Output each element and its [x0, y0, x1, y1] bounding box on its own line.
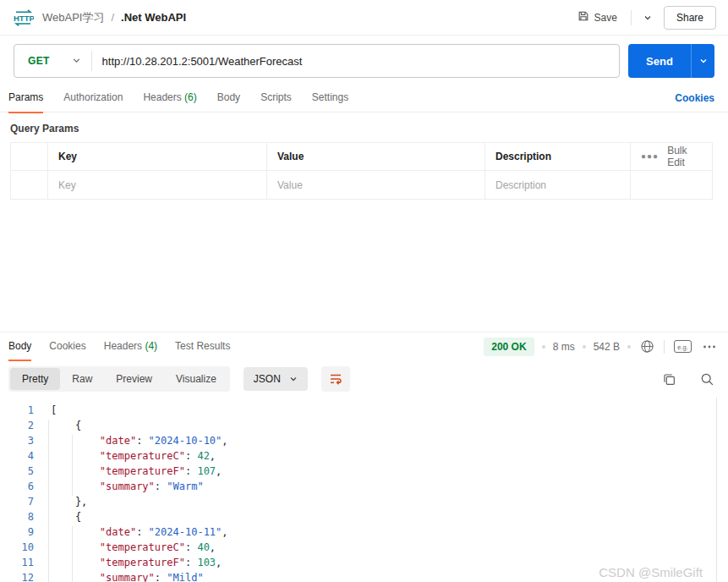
view-mode-group: Pretty Raw Preview Visualize	[8, 366, 230, 392]
code-content: [	[34, 403, 57, 418]
more-options-icon[interactable]: ●●●	[641, 152, 659, 161]
code-lines: 1[2 {3 "date": "2024-10-10",4 "temperatu…	[0, 403, 716, 582]
line-number: 5	[0, 464, 34, 479]
breadcrumb-separator: /	[111, 11, 114, 24]
format-dropdown[interactable]: JSON	[244, 367, 308, 391]
share-button[interactable]: Share	[664, 6, 716, 30]
search-icon[interactable]	[698, 371, 716, 388]
code-content: "temperatureF": 107,	[34, 464, 222, 479]
bulk-edit-area: ●●● Bulk Edit	[631, 143, 712, 170]
save-options-chevron[interactable]	[638, 10, 657, 25]
code-content: "temperatureF": 103,	[34, 555, 222, 570]
send-button[interactable]: Send	[628, 44, 714, 78]
line-number: 12	[0, 570, 34, 582]
dot-separator	[542, 345, 545, 349]
code-content: "temperatureC": 42,	[34, 448, 216, 464]
top-bar-actions: Save Share	[571, 6, 716, 30]
view-raw-button[interactable]: Raw	[60, 368, 104, 390]
tab-body[interactable]: Body	[217, 84, 240, 113]
key-input[interactable]	[58, 179, 256, 191]
wrap-lines-button[interactable]	[321, 366, 350, 392]
code-content: {	[34, 418, 81, 433]
tab-params[interactable]: Params	[8, 84, 43, 113]
row-select-cell	[11, 171, 48, 199]
response-tab-headers-count: (4)	[145, 340, 157, 352]
chevron-down-icon	[72, 53, 81, 69]
response-tab-cookies[interactable]: Cookies	[49, 332, 85, 361]
response-body-viewer[interactable]: 1[2 {3 "date": "2024-10-10",4 "temperatu…	[0, 398, 717, 582]
line-number: 10	[0, 540, 34, 555]
send-button-label[interactable]: Send	[628, 44, 691, 78]
save-icon	[577, 10, 589, 25]
indent-guide	[48, 420, 49, 582]
app-window: HTTP WebAPI学习 / .Net WebAPI Save	[0, 0, 728, 582]
code-line: 8 {	[0, 509, 716, 524]
code-content: "temperatureC": 40,	[34, 540, 216, 555]
indent-guide	[72, 526, 73, 582]
line-number: 8	[0, 509, 34, 524]
value-cell	[267, 171, 485, 199]
key-cell	[48, 171, 267, 199]
method-dropdown[interactable]: GET	[14, 53, 91, 69]
response-tab-test-results[interactable]: Test Results	[175, 332, 230, 361]
bulk-edit-button[interactable]: Bulk Edit	[667, 145, 702, 168]
save-as-example-icon[interactable]: e.g.	[672, 338, 693, 354]
response-tab-headers-label: Headers	[104, 340, 142, 352]
cookies-link[interactable]: Cookies	[675, 92, 714, 104]
code-line: 1[	[0, 403, 716, 418]
dot-separator	[627, 345, 631, 349]
send-options-chevron[interactable]	[691, 44, 714, 78]
url-box: GET	[14, 44, 620, 78]
description-input[interactable]	[495, 179, 620, 191]
line-number: 6	[0, 479, 34, 494]
tab-settings[interactable]: Settings	[312, 84, 348, 113]
line-number: 9	[0, 524, 34, 540]
line-number: 2	[0, 418, 34, 433]
code-content: },	[34, 494, 87, 509]
url-input[interactable]	[102, 55, 619, 68]
code-line: 2 {	[0, 418, 716, 433]
response-toolbar: Pretty Raw Preview Visualize JSON	[0, 360, 728, 398]
code-line: 6 "summary": "Warm"	[0, 479, 716, 494]
code-line: 4 "temperatureC": 42,	[0, 448, 716, 464]
tab-scripts[interactable]: Scripts	[260, 84, 292, 113]
code-line: 3 "date": "2024-10-10",	[0, 433, 716, 448]
breadcrumb-request-name[interactable]: .Net WebAPI	[121, 11, 186, 24]
breadcrumb-workspace[interactable]: WebAPI学习	[42, 10, 104, 25]
line-number: 1	[0, 403, 34, 418]
copy-icon[interactable]	[660, 371, 678, 388]
request-tabs: Params Authorization Headers (6) Body Sc…	[0, 85, 728, 113]
watermark: CSDN @SmileGift	[599, 565, 703, 580]
tab-authorization[interactable]: Authorization	[63, 84, 123, 113]
divider	[664, 340, 665, 354]
dot-separator	[583, 345, 586, 349]
view-pretty-button[interactable]: Pretty	[10, 368, 60, 390]
divider	[631, 10, 632, 25]
query-params-header-row: Key Value Description ●●● Bulk Edit	[11, 143, 712, 171]
line-number: 11	[0, 555, 34, 570]
network-globe-icon[interactable]	[638, 338, 656, 355]
value-input[interactable]	[277, 179, 474, 191]
response-tab-headers[interactable]: Headers (4)	[104, 332, 157, 361]
more-actions-icon[interactable]	[701, 343, 718, 351]
description-column-header: Description	[485, 143, 631, 170]
save-button[interactable]: Save	[571, 6, 624, 29]
query-params-table: Key Value Description ●●● Bulk Edit	[10, 142, 713, 200]
code-content: "date": "2024-10-11",	[34, 524, 228, 540]
response-tab-body[interactable]: Body	[8, 332, 31, 361]
http-request-icon: HTTP	[10, 8, 36, 28]
code-line: 7 },	[0, 494, 716, 509]
row-trailing-cell	[631, 171, 712, 199]
top-bar: HTTP WebAPI学习 / .Net WebAPI Save	[0, 0, 728, 36]
tab-headers[interactable]: Headers (6)	[143, 84, 196, 113]
response-size: 542 B	[594, 341, 620, 353]
code-content: {	[34, 509, 81, 524]
response-time: 8 ms	[553, 341, 575, 353]
tab-headers-label: Headers	[143, 91, 181, 103]
method-label: GET	[28, 55, 50, 67]
view-preview-button[interactable]: Preview	[104, 368, 164, 390]
response-tabs: Body Cookies Headers (4) Test Results 20…	[0, 332, 728, 360]
query-params-title: Query Params	[0, 113, 728, 142]
view-visualize-button[interactable]: Visualize	[164, 368, 228, 390]
status-badge: 200 OK	[484, 338, 534, 356]
